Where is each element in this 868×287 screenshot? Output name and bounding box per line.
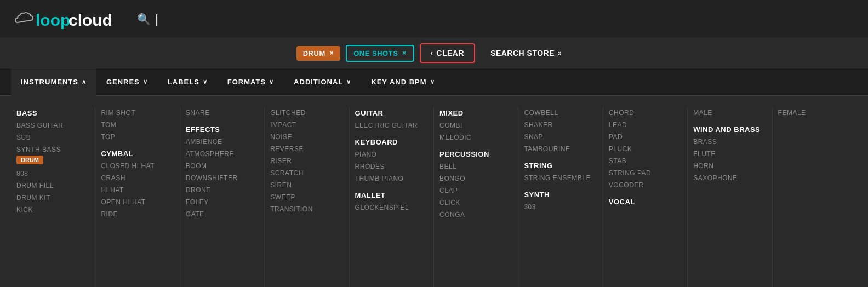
list-item-riser[interactable]: RISER [270, 155, 343, 167]
list-item-808[interactable]: 808 [16, 168, 89, 180]
list-item-female[interactable]: FEMALE [778, 107, 852, 119]
list-item-electric-guitar[interactable]: ELECTRIC GUITAR [355, 119, 428, 131]
search-store-button[interactable]: SEARCH STORE » [481, 44, 572, 62]
list-item-rim-shot[interactable]: RIM SHOT [101, 107, 174, 119]
list-item-drone[interactable]: DRONE [186, 184, 259, 196]
list-item-percussion[interactable]: PERCUSSION [439, 148, 512, 160]
list-item-reverse[interactable]: REVERSE [270, 143, 343, 155]
item-tag-drum[interactable]: DRUM [16, 156, 43, 164]
list-item-noise[interactable]: NOISE [270, 131, 343, 143]
list-item-synth[interactable]: SYNTH [524, 188, 597, 201]
column-3: GLITCHEDIMPACTNOISEREVERSERISERSCRATCHSI… [265, 107, 349, 287]
list-item-flute[interactable]: FLUTE [693, 148, 766, 160]
list-item-tom[interactable]: TOM [101, 119, 174, 131]
list-item-atmosphere[interactable]: ATMOSPHERE [186, 148, 259, 160]
list-item-ride[interactable]: RIDE [101, 208, 174, 220]
list-item-bass-guitar[interactable]: BASS GUITAR [16, 119, 89, 131]
list-item-clap[interactable]: CLAP [439, 185, 512, 197]
list-item-crash[interactable]: CRASH [101, 172, 174, 184]
list-item-scratch[interactable]: SCRATCH [270, 167, 343, 179]
list-item-impact[interactable]: IMPACT [270, 119, 343, 131]
list-item-vocoder[interactable]: VOCODER [609, 179, 682, 191]
list-item-synth-bass[interactable]: SYNTH BASS [16, 144, 89, 156]
list-item-303[interactable]: 303 [524, 201, 597, 213]
list-item-open-hi-hat[interactable]: OPEN HI HAT [101, 196, 174, 208]
nav-item-key-and-bpm[interactable]: KEY AND BPM∨ [361, 68, 444, 96]
nav-item-additional[interactable]: ADDITIONAL∨ [284, 68, 361, 96]
list-item-stab[interactable]: STAB [609, 155, 682, 167]
list-item-keyboard[interactable]: KEYBOARD [355, 136, 428, 148]
list-item-ambience[interactable]: AMBIENCE [186, 136, 259, 148]
nav-item-instruments[interactable]: INSTRUMENTS∧ [11, 68, 96, 96]
list-item-transition[interactable]: TRANSITION [270, 203, 343, 215]
list-item-sub[interactable]: SUB [16, 131, 89, 144]
list-item-snap[interactable]: SNAP [524, 131, 597, 143]
list-item-male[interactable]: MALE [693, 107, 766, 119]
nav-item-formats[interactable]: FORMATS∨ [218, 68, 284, 96]
nav-label: KEY AND BPM [371, 78, 426, 86]
list-item-guitar[interactable]: GUITAR [355, 107, 428, 119]
list-item-tambourine[interactable]: TAMBOURINE [524, 143, 597, 155]
list-item-click[interactable]: CLICK [439, 197, 512, 209]
oneshots-tag-close[interactable]: × [402, 49, 407, 57]
list-item-closed-hi-hat[interactable]: CLOSED HI HAT [101, 160, 174, 172]
list-item-glitched[interactable]: GLITCHED [270, 107, 343, 119]
list-item-cowbell[interactable]: COWBELL [524, 107, 597, 119]
search-icon: 🔍 [137, 13, 151, 26]
nav-chevron: ∨ [346, 78, 351, 85]
logo-svg: loop cloud [11, 7, 126, 31]
list-item-boom[interactable]: BOOM [186, 160, 259, 172]
list-item-downshifter[interactable]: DOWNSHIFTER [186, 172, 259, 184]
list-item-bass[interactable]: BASS [16, 107, 89, 119]
nav-item-genres[interactable]: GENRES∨ [96, 68, 158, 96]
clear-button[interactable]: ‹ CLEAR [420, 43, 475, 63]
list-item-bell[interactable]: BELL [439, 160, 512, 173]
drum-tag[interactable]: DRUM × [296, 46, 341, 61]
list-item-vocal[interactable]: VOCAL [609, 196, 682, 208]
list-item-combi[interactable]: COMBI [439, 119, 512, 131]
list-item-saxophone[interactable]: SAXOPHONE [693, 172, 766, 184]
nav-item-labels[interactable]: LABELS∨ [158, 68, 218, 96]
column-2: SNAREEFFECTSAMBIENCEATMOSPHEREBOOMDOWNSH… [180, 107, 265, 287]
list-item-piano[interactable]: PIANO [355, 148, 428, 160]
list-item-effects[interactable]: EFFECTS [186, 123, 259, 136]
list-item-shaker[interactable]: SHAKER [524, 119, 597, 131]
list-item-drum-kit[interactable]: DRUM KIT [16, 192, 89, 204]
list-item-snare[interactable]: SNARE [186, 107, 259, 119]
list-item-hi-hat[interactable]: HI HAT [101, 184, 174, 196]
list-item-brass[interactable]: BRASS [693, 136, 766, 148]
list-item-pluck[interactable]: PLUCK [609, 143, 682, 155]
list-item-cymbal[interactable]: CYMBAL [101, 147, 174, 160]
list-item-melodic[interactable]: MELODIC [439, 131, 512, 144]
nav-chevron: ∨ [269, 78, 274, 85]
list-item-bongo[interactable]: BONGO [439, 173, 512, 185]
nav-chevron: ∧ [82, 78, 87, 85]
list-item-rhodes[interactable]: RHODES [355, 160, 428, 173]
drum-tag-close[interactable]: × [330, 49, 334, 57]
list-item-chord[interactable]: CHORD [609, 107, 682, 119]
list-item-string-pad[interactable]: STRING PAD [609, 167, 682, 179]
list-item-lead[interactable]: LEAD [609, 119, 682, 131]
list-item-string[interactable]: STRING [524, 159, 597, 172]
search-area: 🔍 | [137, 12, 857, 27]
list-item-pad[interactable]: PAD [609, 131, 682, 143]
list-item-conga[interactable]: CONGA [439, 209, 512, 221]
list-item-sweep[interactable]: SWEEP [270, 191, 343, 203]
list-item-mallet[interactable]: MALLET [355, 189, 428, 202]
list-item-thumb-piano[interactable]: THUMB PIANO [355, 173, 428, 185]
column-7: CHORDLEADPADPLUCKSTABSTRING PADVOCODERVO… [603, 107, 688, 287]
list-item-horn[interactable]: HORN [693, 160, 766, 172]
list-item-wind-and-brass[interactable]: WIND AND BRASS [693, 123, 766, 136]
list-item-kick[interactable]: KICK [16, 204, 89, 216]
list-item-foley[interactable]: FOLEY [186, 196, 259, 208]
search-store-chevron: » [558, 49, 562, 57]
list-item-top[interactable]: TOP [101, 131, 174, 143]
list-item-string-ensemble[interactable]: STRING ENSEMBLE [524, 172, 597, 184]
oneshots-tag[interactable]: ONE SHOTS × [346, 45, 414, 62]
list-item-glockenspiel[interactable]: GLOCKENSPIEL [355, 202, 428, 214]
content: BASSBASS GUITARSUBSYNTH BASSDRUM808DRUM … [0, 96, 868, 287]
list-item-mixed[interactable]: MIXED [439, 107, 512, 119]
list-item-gate[interactable]: GATE [186, 208, 259, 220]
list-item-drum-fill[interactable]: DRUM FILL [16, 180, 89, 192]
list-item-siren[interactable]: SIREN [270, 179, 343, 191]
